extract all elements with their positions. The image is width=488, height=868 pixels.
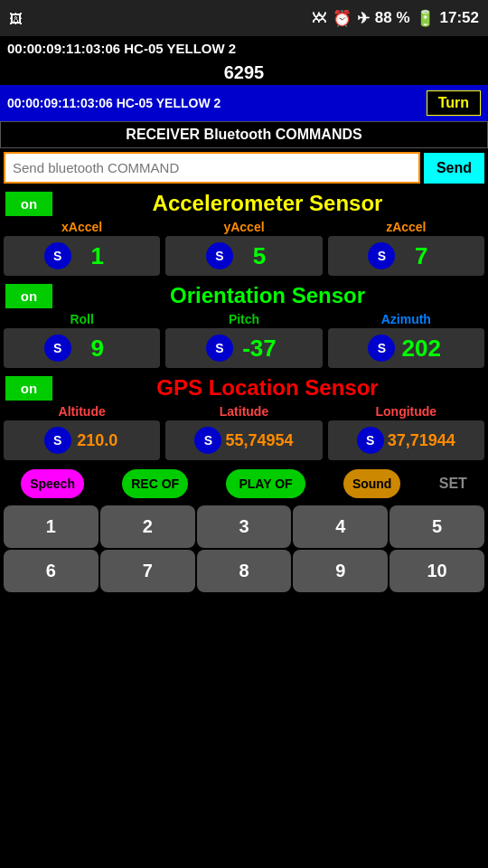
gps-on-button[interactable]: on	[5, 376, 52, 401]
num-5-button[interactable]: 5	[389, 505, 484, 548]
num-7-button[interactable]: 7	[100, 550, 195, 592]
send-button[interactable]: Send	[424, 153, 484, 184]
gps-col-lon: Longitude S 37,71944	[328, 404, 484, 460]
orient-azimuth-value: 202	[399, 335, 444, 363]
orient-pitch-box: S -37	[165, 328, 322, 368]
num-9-button[interactable]: 9	[293, 550, 388, 592]
accel-col-x: xAccel S 1	[4, 220, 160, 276]
num-1-button[interactable]: 1	[4, 505, 99, 548]
image-icon: 🖼	[9, 11, 23, 26]
gps-lon-box: S 37,71944	[328, 420, 484, 460]
gps-section: on GPS Location Sensor Altitude S 210.0 …	[0, 372, 488, 464]
sound-button[interactable]: Sound	[343, 469, 401, 498]
gps-alt-box: S 210.0	[4, 420, 160, 460]
orientation-section: on Orientation Sensor Roll S 9 Pitch S -…	[0, 279, 488, 372]
accel-title-row: on Accelerometer Sensor	[0, 187, 488, 220]
bluetooth-icon: ⯵	[312, 9, 327, 27]
gps-lat-label: Latitude	[220, 404, 268, 419]
gps-col-lat: Latitude S 55,74954	[165, 404, 322, 460]
gps-lat-box: S 55,74954	[165, 420, 322, 460]
orient-roll-s-button[interactable]: S	[44, 335, 71, 362]
orient-pitch-label: Pitch	[229, 312, 259, 326]
accel-on-button[interactable]: on	[5, 192, 52, 216]
gps-lon-value: 37,71944	[388, 431, 455, 450]
play-button[interactable]: PLAY OF	[226, 469, 305, 498]
status-icons: 🖼	[9, 11, 23, 26]
gps-lat-value: 55,74954	[225, 431, 293, 450]
orient-data-row: Roll S 9 Pitch S -37 Azimuth S 202	[0, 312, 488, 372]
bottom-buttons: Speech REC OF PLAY OF Sound SET	[0, 464, 488, 504]
accelerometer-section: on Accelerometer Sensor xAccel S 1 yAcce…	[0, 187, 488, 279]
num-10-button[interactable]: 10	[389, 550, 484, 592]
receiver-label: RECEIVER Bluetooth COMMANDS	[0, 121, 488, 148]
accel-y-box: S 5	[165, 236, 322, 276]
set-button[interactable]: SET	[439, 476, 467, 492]
accel-x-box: S 1	[4, 236, 160, 276]
rec-button[interactable]: REC OF	[122, 469, 188, 498]
orient-roll-box: S 9	[4, 328, 160, 368]
gps-col-alt: Altitude S 210.0	[4, 404, 160, 460]
accel-z-s-button[interactable]: S	[368, 242, 395, 269]
gps-title-row: on GPS Location Sensor	[0, 372, 488, 404]
accel-data-row: xAccel S 1 yAccel S 5 zAccel S 7	[0, 220, 488, 279]
num-2-button[interactable]: 2	[100, 505, 195, 548]
accel-ylabel: yAccel	[223, 220, 264, 234]
gps-alt-value: 210.0	[75, 431, 120, 450]
orient-azimuth-box: S 202	[328, 328, 484, 368]
battery-text: 88 %	[375, 9, 410, 27]
orient-roll-label: Roll	[70, 312, 93, 326]
orient-col-pitch: Pitch S -37	[165, 312, 322, 368]
speech-button[interactable]: Speech	[21, 469, 84, 498]
orient-title-row: on Orientation Sensor	[0, 279, 488, 312]
time-display: 17:52	[440, 9, 479, 27]
alarm-icon: ⏰	[333, 9, 352, 28]
accel-x-s-button[interactable]: S	[44, 242, 71, 269]
numpad: 1 2 3 4 5 6 7 8 9 10	[0, 504, 488, 594]
orient-col-roll: Roll S 9	[4, 312, 160, 368]
orient-on-button[interactable]: on	[5, 284, 52, 308]
gps-title: GPS Location Sensor	[52, 375, 483, 401]
numpad-row-2: 6 7 8 9 10	[4, 550, 484, 592]
num-8-button[interactable]: 8	[197, 550, 292, 592]
gps-lon-s-button[interactable]: S	[357, 427, 384, 454]
accel-x-value: 1	[75, 242, 120, 270]
orient-col-azimuth: Azimuth S 202	[328, 312, 484, 368]
accel-y-value: 5	[237, 242, 282, 270]
accel-title: Accelerometer Sensor	[52, 191, 483, 216]
turn-button[interactable]: Turn	[427, 90, 481, 116]
gps-lat-s-button[interactable]: S	[194, 427, 221, 454]
top-info: 00:00:09:11:03:06 HC-05 YELLOW 2	[0, 36, 488, 61]
status-bar: 🖼 ⯵ ⏰ ✈ 88 % 🔋 17:52	[0, 0, 488, 36]
gps-lon-label: Longitude	[375, 404, 436, 419]
blue-bar-info: 00:00:09:11:03:06 HC-05 YELLOW 2	[7, 96, 221, 110]
accel-y-s-button[interactable]: S	[206, 242, 233, 269]
num-6-button[interactable]: 6	[4, 550, 99, 592]
orient-azimuth-label: Azimuth	[381, 312, 431, 326]
counter-display: 6295	[0, 61, 488, 85]
gps-alt-s-button[interactable]: S	[44, 427, 71, 454]
num-4-button[interactable]: 4	[293, 505, 388, 548]
accel-zlabel: zAccel	[386, 220, 426, 234]
accel-col-z: zAccel S 7	[328, 220, 484, 276]
top-info-label: 00:00:09:11:03:06 HC-05 YELLOW 2	[7, 41, 236, 56]
accel-z-box: S 7	[328, 236, 484, 276]
command-input[interactable]	[4, 152, 420, 184]
orient-pitch-s-button[interactable]: S	[206, 335, 233, 362]
battery-icon: 🔋	[416, 9, 435, 28]
blue-bar: 00:00:09:11:03:06 HC-05 YELLOW 2 Turn	[0, 85, 488, 121]
airplane-icon: ✈	[357, 9, 370, 28]
orient-pitch-value: -37	[237, 335, 282, 363]
status-right: ⯵ ⏰ ✈ 88 % 🔋 17:52	[312, 9, 479, 28]
command-row: Send	[0, 148, 488, 187]
orient-title: Orientation Sensor	[52, 283, 483, 308]
gps-data-row: Altitude S 210.0 Latitude S 55,74954 Lon…	[0, 404, 488, 464]
counter-value: 6295	[224, 62, 265, 82]
gps-alt-label: Altitude	[59, 404, 106, 419]
accel-xlabel: xAccel	[61, 220, 102, 234]
numpad-row-1: 1 2 3 4 5	[4, 505, 484, 548]
num-3-button[interactable]: 3	[197, 505, 292, 548]
orient-roll-value: 9	[75, 335, 120, 363]
accel-col-y: yAccel S 5	[165, 220, 322, 276]
orient-azimuth-s-button[interactable]: S	[368, 335, 395, 362]
accel-z-value: 7	[399, 242, 444, 270]
